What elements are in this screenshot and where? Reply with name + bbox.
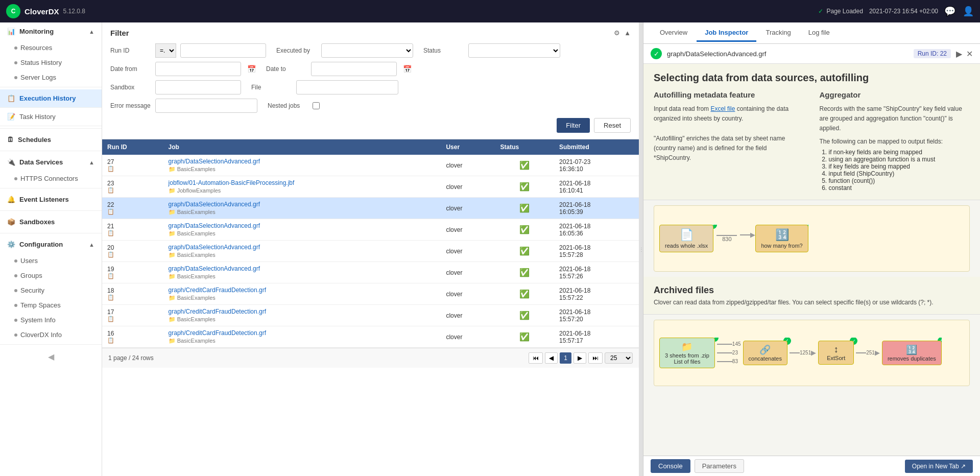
check-icon: ✓	[818, 8, 823, 15]
cell-status: ✅	[495, 219, 554, 241]
filter-row-3: Sandbox File	[110, 80, 631, 94]
col-user[interactable]: User	[441, 139, 495, 155]
nested-jobs-label: Nested jobs	[268, 102, 308, 109]
nested-jobs-field: Nested jobs	[268, 102, 320, 109]
col-run-id[interactable]: Run ID	[102, 139, 163, 155]
col-status[interactable]: Status	[495, 139, 554, 155]
reset-button[interactable]: Reset	[594, 118, 631, 133]
cell-run-id: 23📋	[102, 176, 163, 198]
archived-node-wrapper-4: ✓ 🔢 removes duplicates	[882, 341, 942, 365]
cell-run-id: 21📋	[102, 219, 163, 241]
user-icon[interactable]: 👤	[963, 6, 974, 17]
status-ok-icon: ✅	[519, 204, 530, 212]
status-field: Status	[423, 43, 560, 58]
archived-node-label-1: 3 sheets from .zipList of files	[665, 352, 709, 365]
sidebar-item-system-info[interactable]: System Info	[0, 313, 102, 327]
sidebar-item-server-logs[interactable]: Server Logs	[0, 70, 102, 85]
tab-tracking[interactable]: Tracking	[757, 25, 799, 42]
data-services-icon: 🔌	[7, 158, 15, 166]
date-to-calendar-icon[interactable]: 📅	[403, 65, 412, 73]
connector-3: 251 ▶	[856, 349, 880, 356]
sidebar-collapse-icon[interactable]: ◀	[48, 352, 54, 362]
table-row[interactable]: 19📋graph/DataSelectionAdvanced.grf📁 Basi…	[102, 262, 639, 283]
col-submitted[interactable]: Submitted	[554, 139, 639, 155]
version-label: 5.12.0.8	[63, 8, 85, 15]
list-item: if key fields are being mapped	[829, 163, 970, 170]
table-row[interactable]: 21📋graph/DataSelectionAdvanced.grf📁 Basi…	[102, 219, 639, 241]
logo[interactable]: C CloverDX 5.12.0.8	[6, 4, 85, 18]
cell-submitted: 2021-06-1815:57:22	[554, 283, 639, 305]
table-row[interactable]: 23📋jobflow/01-Automation-BasicFileProces…	[102, 176, 639, 198]
per-page-select[interactable]: 25 50 100	[605, 352, 633, 364]
sidebar-item-resources[interactable]: Resources	[0, 40, 102, 55]
sidebar-item-temp-spaces[interactable]: Temp Spaces	[0, 298, 102, 313]
sidebar-item-status-history[interactable]: Status History	[0, 55, 102, 70]
run-id-operator-select[interactable]: =.	[155, 43, 176, 58]
nested-jobs-checkbox[interactable]	[313, 102, 320, 109]
cell-status: ✅	[495, 305, 554, 326]
event-listeners-section: 🔔 Event Listeners	[0, 191, 102, 208]
executed-by-select[interactable]	[321, 43, 413, 58]
configuration-header[interactable]: ⚙️ Configuration ▲	[0, 235, 102, 253]
filter-button[interactable]: Filter	[557, 118, 590, 133]
status-ok-icon: ✅	[519, 161, 530, 170]
status-ok-icon: ✅	[519, 247, 530, 255]
table-row[interactable]: 16📋graph/CreditCardFraudDetection.grf📁 B…	[102, 326, 639, 348]
cell-user: clover	[441, 262, 495, 283]
execution-table: Run ID Job User Status Submitted 27📋grap…	[102, 139, 639, 348]
date-from-calendar-icon[interactable]: 📅	[247, 65, 256, 73]
error-message-input[interactable]	[155, 99, 257, 113]
sidebar-item-execution-history[interactable]: 📋 Execution History	[0, 89, 102, 108]
table-row[interactable]: 22📋graph/DataSelectionAdvanced.grf📁 Basi…	[102, 198, 639, 219]
page-1-btn[interactable]: 1	[560, 352, 571, 364]
sidebar-item-cloverdx-info[interactable]: CloverDX Info	[0, 327, 102, 342]
page-first-btn[interactable]: ⏮	[529, 352, 543, 364]
sidebar-item-security[interactable]: Security	[0, 283, 102, 298]
filter-row-2: Date from 📅 Date to 📅	[110, 62, 631, 76]
sidebar-item-groups[interactable]: Groups	[0, 268, 102, 283]
monitoring-header[interactable]: 📊 Monitoring ▲	[0, 22, 102, 40]
sidebar-item-users[interactable]: Users	[0, 253, 102, 268]
filter-settings-icon[interactable]: ⚙	[614, 29, 620, 37]
parameters-tab[interactable]: Parameters	[695, 459, 744, 473]
cell-run-id: 18📋	[102, 283, 163, 305]
play-button[interactable]: ▶	[956, 49, 962, 59]
sidebar-item-https-connectors[interactable]: HTTPS Connectors	[0, 171, 102, 186]
data-services-header[interactable]: 🔌 Data Services ▲	[0, 153, 102, 171]
page-next-btn[interactable]: ▶	[573, 352, 586, 364]
date-from-input[interactable]	[155, 62, 241, 76]
date-to-input[interactable]	[311, 62, 397, 76]
tab-log-file[interactable]: Log file	[800, 25, 838, 42]
schedules-header[interactable]: 🗓 Schedules	[0, 131, 102, 149]
table-row[interactable]: 20📋graph/DataSelectionAdvanced.grf📁 Basi…	[102, 241, 639, 262]
pagination: ⏮ ◀ 1 ▶ ⏭ 25 50 100	[529, 352, 633, 364]
table-row[interactable]: 27📋graph/DataSelectionAdvanced.grf📁 Basi…	[102, 155, 639, 176]
sandbox-input[interactable]	[155, 80, 241, 94]
run-id-input[interactable]	[180, 43, 266, 58]
sidebar-item-task-history[interactable]: 📝 Task History	[0, 108, 102, 126]
open-new-tab-button[interactable]: Open in New Tab ↗	[905, 460, 973, 473]
page-prev-btn[interactable]: ◀	[545, 352, 558, 364]
run-id-operator: =.	[155, 43, 176, 58]
sandboxes-header[interactable]: 📦 Sandboxes	[0, 213, 102, 231]
tab-job-inspector[interactable]: Job Inspector	[697, 25, 756, 42]
table-row[interactable]: 18📋graph/CreditCardFraudDetection.grf📁 B…	[102, 283, 639, 305]
excel-link[interactable]: Excel file	[710, 105, 735, 112]
page-last-btn[interactable]: ⏭	[588, 352, 603, 364]
tab-overview[interactable]: Overview	[652, 25, 696, 42]
dot-icon	[14, 319, 17, 322]
logo-icon: C	[6, 4, 20, 18]
panel-splitter[interactable]: ⋮	[639, 22, 643, 476]
file-input[interactable]	[296, 80, 398, 94]
table-row[interactable]: 17📋graph/CreditCardFraudDetection.grf📁 B…	[102, 305, 639, 326]
cell-job: graph/CreditCardFraudDetection.grf📁 Basi…	[163, 283, 441, 305]
close-button[interactable]: ✕	[966, 49, 973, 59]
run-id-field: Run ID =.	[110, 43, 266, 58]
list-item: constant	[829, 184, 970, 192]
event-listeners-header[interactable]: 🔔 Event Listeners	[0, 191, 102, 208]
filter-collapse-icon[interactable]: ▲	[624, 29, 631, 37]
status-select[interactable]	[468, 43, 560, 58]
col-job[interactable]: Job	[163, 139, 441, 155]
notifications-icon[interactable]: 💬	[944, 6, 955, 17]
console-tab[interactable]: Console	[651, 459, 690, 473]
